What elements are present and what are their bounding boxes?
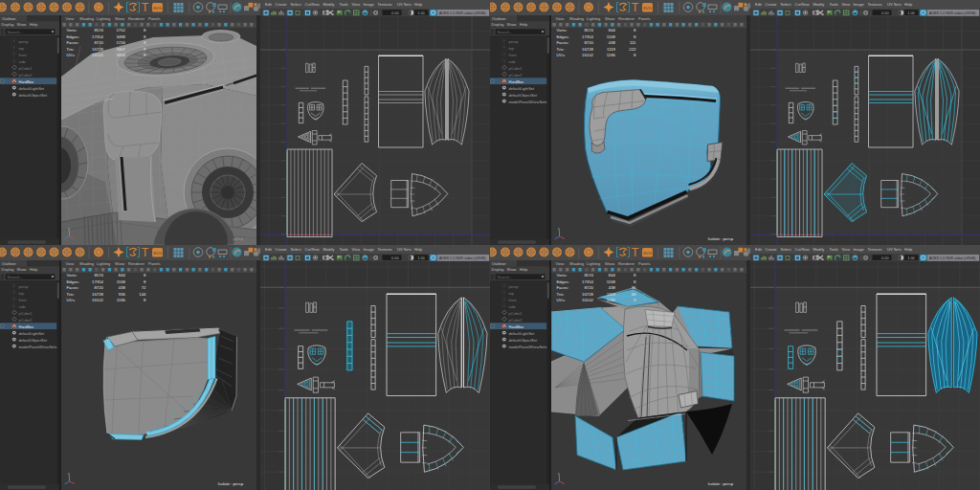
svg-text:Show: Show xyxy=(605,16,614,21)
svg-text:Outliner: Outliner xyxy=(492,261,506,266)
svg-text:438: 438 xyxy=(609,40,616,45)
svg-text:Select: Select xyxy=(291,2,302,7)
svg-text:front: front xyxy=(509,298,518,302)
svg-text:ACES 1.0 SDR-video (sRGB): ACES 1.0 SDR-video (sRGB) xyxy=(929,11,975,15)
svg-text:SVG: SVG xyxy=(643,251,653,256)
svg-text:T: T xyxy=(142,246,149,259)
svg-text:844: 844 xyxy=(119,273,126,278)
svg-text:0.00: 0.00 xyxy=(881,256,889,260)
svg-text:View: View xyxy=(66,16,75,21)
svg-text:UVs:: UVs: xyxy=(67,53,76,57)
svg-text:Edit: Edit xyxy=(265,247,273,252)
svg-text:defaultObjectSet: defaultObjectSet xyxy=(509,93,538,98)
svg-text:1168: 1168 xyxy=(607,279,616,284)
svg-text:Help: Help xyxy=(30,22,38,27)
svg-text:front: front xyxy=(19,53,28,57)
svg-text:8720: 8720 xyxy=(584,40,593,45)
svg-text:View: View xyxy=(556,261,565,266)
svg-text:8720: 8720 xyxy=(94,40,103,45)
svg-text:Search...: Search... xyxy=(498,30,513,34)
svg-text:pCube2: pCube2 xyxy=(509,318,523,323)
svg-text:pCube1: pCube1 xyxy=(19,66,33,71)
svg-text:Verts:: Verts: xyxy=(67,28,78,33)
svg-text:Image: Image xyxy=(364,2,375,7)
svg-text:36: 36 xyxy=(632,285,636,290)
svg-text:Search...: Search... xyxy=(8,30,23,34)
svg-text:222: 222 xyxy=(629,47,636,52)
svg-text:Create: Create xyxy=(276,2,288,7)
svg-text:UVs:: UVs: xyxy=(557,53,566,57)
svg-text:Panels: Panels xyxy=(638,16,651,21)
svg-text:16102: 16102 xyxy=(92,53,104,57)
svg-text:Outliner: Outliner xyxy=(492,16,506,21)
svg-text:Lighting: Lighting xyxy=(587,261,601,266)
svg-text:17354: 17354 xyxy=(92,34,104,39)
svg-text:1119: 1119 xyxy=(607,47,616,52)
svg-text:Tris:: Tris: xyxy=(67,47,75,52)
svg-text:3488: 3488 xyxy=(116,34,125,39)
svg-text:8720: 8720 xyxy=(94,285,103,290)
svg-text:Lighting: Lighting xyxy=(587,16,601,21)
svg-text:17354: 17354 xyxy=(582,279,594,284)
svg-text:T: T xyxy=(632,246,639,259)
svg-text:Tris:: Tris: xyxy=(557,47,565,52)
svg-text:persp: persp xyxy=(19,39,30,44)
svg-text:Image: Image xyxy=(854,247,865,252)
svg-text:Show: Show xyxy=(17,267,27,272)
svg-text:Isolate : persp: Isolate : persp xyxy=(708,236,734,241)
svg-text:side: side xyxy=(19,304,27,309)
svg-text:Image: Image xyxy=(854,2,865,7)
svg-text:Renderer: Renderer xyxy=(128,261,145,266)
svg-text:Cut/Sew: Cut/Sew xyxy=(795,2,810,7)
svg-text:Modify: Modify xyxy=(813,2,825,7)
svg-text:top: top xyxy=(509,46,515,51)
svg-text:Cut/Sew: Cut/Sew xyxy=(305,247,320,252)
svg-text:defaultLightSet: defaultLightSet xyxy=(509,331,536,336)
svg-text:Select: Select xyxy=(291,247,302,252)
svg-text:Modify: Modify xyxy=(323,247,335,252)
svg-text:UV Sets: UV Sets xyxy=(887,247,902,252)
svg-text:Panels: Panels xyxy=(148,16,161,21)
svg-text:438: 438 xyxy=(609,285,616,290)
svg-text:1.00: 1.00 xyxy=(907,11,915,15)
svg-text:Cut/Sew: Cut/Sew xyxy=(795,247,810,252)
svg-text:persp: persp xyxy=(19,284,30,289)
svg-text:Textures: Textures xyxy=(868,2,882,7)
svg-text:Edges:: Edges: xyxy=(557,34,569,39)
svg-text:Textures: Textures xyxy=(378,2,392,7)
svg-text:Outliner: Outliner xyxy=(2,16,16,21)
svg-text:persp: persp xyxy=(509,284,520,289)
svg-text:1168: 1168 xyxy=(117,279,126,284)
svg-text:8574: 8574 xyxy=(94,28,103,33)
svg-text:ACES 1.0 SDR-video (sRGB): ACES 1.0 SDR-video (sRGB) xyxy=(929,256,975,260)
svg-text:1734: 1734 xyxy=(116,40,125,45)
svg-text:Select: Select xyxy=(781,247,792,252)
svg-text:View: View xyxy=(842,247,851,252)
svg-text:SVG: SVG xyxy=(643,6,653,11)
svg-text:Create: Create xyxy=(766,247,778,252)
svg-text:UVs:: UVs: xyxy=(557,298,566,302)
svg-text:Help: Help xyxy=(414,247,423,252)
svg-text:Outliner: Outliner xyxy=(2,261,16,266)
svg-text:Display: Display xyxy=(492,267,504,272)
svg-text:Lighting: Lighting xyxy=(97,261,111,266)
svg-text:HardBox: HardBox xyxy=(509,79,524,84)
svg-text:pCube2: pCube2 xyxy=(509,73,523,78)
svg-text:HardBox: HardBox xyxy=(19,324,34,329)
svg-text:View: View xyxy=(352,247,361,252)
svg-text:front: front xyxy=(19,298,28,302)
svg-text:Show: Show xyxy=(115,261,124,266)
svg-text:Edit: Edit xyxy=(265,2,273,7)
svg-text:Edit: Edit xyxy=(755,2,763,7)
svg-text:Search...: Search... xyxy=(8,275,23,279)
svg-text:Renderer: Renderer xyxy=(128,16,145,21)
svg-text:Isolate : persp: Isolate : persp xyxy=(708,481,734,486)
svg-text:Edges:: Edges: xyxy=(67,279,79,284)
svg-text:y: y xyxy=(68,472,70,476)
svg-text:0.00: 0.00 xyxy=(881,11,889,15)
svg-text:View: View xyxy=(352,2,361,7)
svg-text:pCube1: pCube1 xyxy=(19,311,33,316)
svg-text:UV Sets: UV Sets xyxy=(397,2,412,7)
svg-text:T: T xyxy=(142,1,149,14)
svg-text:16102: 16102 xyxy=(92,298,104,302)
